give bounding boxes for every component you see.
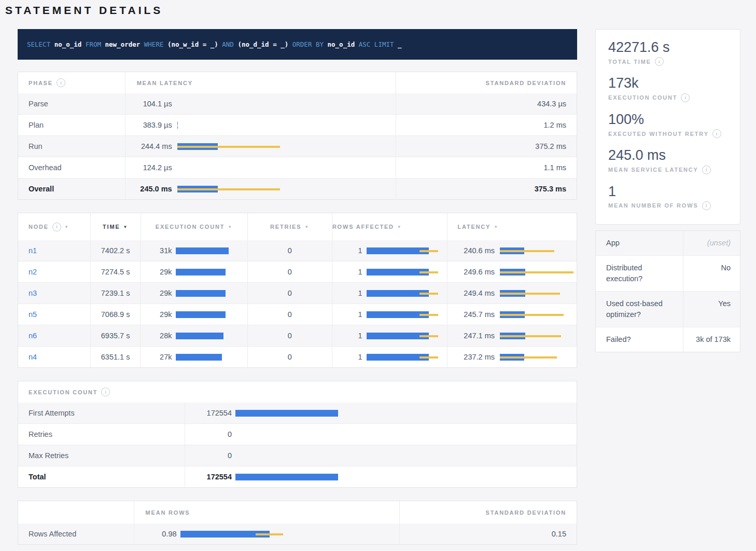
mean-latency-value: 245.0 ms — [137, 185, 172, 193]
stat-item: 1 MEAN NUMBER OF ROWS i — [608, 183, 727, 210]
rows-std-dev-column-header: STANDARD DEVIATION — [399, 501, 577, 524]
stat-label-text: TOTAL TIME — [608, 59, 651, 65]
node-link[interactable]: n6 — [29, 332, 37, 340]
execution-count-value-cell: 0 — [185, 424, 577, 445]
mean-latency-cell: 124.2 µs — [125, 157, 396, 178]
node-row: n4 6351.1 s 27k 0 1 237.2 ms — [18, 346, 577, 367]
info-row-label: Used cost-based optimizer? — [596, 292, 683, 327]
latency-bar-chart — [177, 143, 281, 150]
stat-value: 100% — [608, 111, 727, 128]
stat-item: 42271.6 s TOTAL TIME i — [608, 39, 727, 66]
rows-affected-header-label: ROWS AFFECTED — [332, 224, 394, 230]
time-column-header[interactable]: TIME ▼ — [90, 213, 141, 240]
node-cell: n4 — [18, 347, 90, 367]
rows-affected-header-row: MEAN ROWS STANDARD DEVIATION — [18, 501, 577, 524]
std-dev-value: 375.2 ms — [396, 136, 577, 157]
node-cell: n6 — [18, 325, 90, 346]
execution-count-column-header[interactable]: EXECUTION COUNT ▼ — [141, 213, 248, 240]
execution-count-row: Retries 0 — [18, 423, 577, 445]
execution-count-table-title: EXECUTION COUNT i — [18, 381, 577, 403]
node-row: n2 7274.5 s 29k 0 1 249.6 ms — [18, 261, 577, 282]
node-rows-cell: 1 — [332, 283, 447, 304]
phase-name: Parse — [18, 93, 125, 114]
mean-latency-cell: 383.9 µs — [125, 115, 396, 135]
node-link[interactable]: n1 — [29, 246, 37, 255]
node-rows-cell: 1 — [332, 240, 447, 261]
phase-latency-table: PHASE i MEAN LATENCY STANDARD DEVIATION … — [18, 72, 577, 200]
node-link[interactable]: n2 — [29, 268, 37, 276]
sql-statement-bar: SELECT no_o_id FROM new_order WHERE (no_… — [18, 29, 577, 60]
std-dev-value: 1.1 ms — [396, 157, 577, 178]
rows-affected-bar-chart — [367, 269, 442, 276]
stat-label: MEAN NUMBER OF ROWS i — [608, 201, 727, 210]
execution-count-row-label: First Attempts — [18, 403, 185, 423]
node-column-header[interactable]: NODE i ▼ — [18, 213, 90, 240]
execution-count-row: Max Retries 0 — [18, 445, 577, 466]
mean-latency-cell: 245.0 ms — [125, 178, 396, 199]
info-row: App (unset) — [596, 231, 740, 255]
sql-identifier: no_o_id — [324, 40, 355, 48]
node-link[interactable]: n5 — [29, 310, 37, 319]
info-icon[interactable]: i — [655, 57, 664, 66]
node-link[interactable]: n4 — [29, 353, 37, 361]
phase-column-header: PHASE i — [18, 72, 125, 93]
info-icon[interactable]: i — [681, 93, 690, 102]
latency-bar-chart — [177, 164, 281, 171]
content: SELECT no_o_id FROM new_order WHERE (no_… — [5, 29, 756, 545]
mean-latency-value: 124.2 µs — [137, 163, 172, 172]
node-row: n3 7239.1 s 29k 0 1 249.4 ms — [18, 282, 577, 304]
info-icon[interactable]: i — [712, 129, 721, 138]
node-link[interactable]: n3 — [29, 289, 37, 297]
execution-count-table: EXECUTION COUNT i First Attempts 172554 … — [18, 381, 577, 488]
node-latency-cell: 249.4 ms — [447, 283, 577, 304]
node-retries-value: 0 — [247, 261, 332, 282]
mean-latency-cell: 104.1 µs — [125, 93, 396, 114]
node-row: n1 7402.2 s 31k 0 1 240.6 ms — [18, 240, 577, 261]
node-latency-value: 237.2 ms — [457, 353, 495, 361]
info-icon[interactable]: i — [52, 223, 61, 231]
info-row: Distributed execution? No — [596, 255, 740, 291]
rows-affected-row: Rows Affected 0.98 0.15 — [18, 524, 577, 544]
sort-arrow-icon: ▼ — [228, 225, 233, 229]
sql-keyword: ORDER BY — [288, 40, 324, 48]
node-cell: n3 — [18, 283, 90, 304]
phase-table-body: Parse 104.1 µs 434.3 µs Plan 383.9 µs 1.… — [18, 93, 577, 199]
node-table-body: n1 7402.2 s 31k 0 1 240.6 ms n2 7274.5 s… — [18, 240, 577, 367]
retries-column-header[interactable]: RETRIES ▼ — [247, 213, 332, 240]
main-column: SELECT no_o_id FROM new_order WHERE (no_… — [18, 29, 577, 545]
rows-affected-bar-chart — [367, 333, 442, 339]
info-icon[interactable]: i — [101, 388, 110, 396]
execution-count-row: First Attempts 172554 — [18, 403, 577, 423]
info-icon[interactable]: i — [57, 78, 65, 87]
execution-count-value: 172554 — [185, 409, 232, 417]
node-header-label: NODE — [29, 224, 49, 230]
latency-column-header[interactable]: LATENCY ▼ — [447, 213, 577, 240]
phase-name: Run — [18, 136, 125, 157]
node-rows-cell: 1 — [332, 325, 447, 346]
execution-count-bar-chart — [235, 410, 339, 417]
stat-label: EXECUTED WITHOUT RETRY i — [608, 129, 727, 138]
sql-keyword: ASC — [355, 40, 370, 48]
latency-header-label: LATENCY — [457, 224, 491, 230]
node-time-value: 7274.5 s — [90, 261, 141, 282]
node-exec-value: 31k — [141, 246, 172, 255]
node-retries-value: 0 — [247, 283, 332, 304]
info-icon[interactable]: i — [702, 166, 711, 174]
node-cell: n5 — [18, 304, 90, 325]
latency-bar-chart — [177, 101, 281, 107]
latency-bar-chart — [177, 122, 281, 129]
rows-affected-bar-chart — [367, 311, 442, 318]
info-icon[interactable]: i — [702, 201, 711, 210]
node-statistics-table: NODE i ▼ TIME ▼ EXECUTION COUNT ▼ RETRIE… — [18, 213, 577, 368]
node-row: n6 6935.7 s 28k 0 1 247.1 ms — [18, 325, 577, 346]
node-rows-value: 1 — [332, 353, 362, 361]
sql-keyword: LIMIT — [370, 40, 394, 48]
exec-count-bar-chart — [176, 354, 230, 361]
exec-count-bar-chart — [176, 247, 230, 254]
rows-affected-column-header[interactable]: ROWS AFFECTED ▼ — [332, 213, 447, 240]
execution-count-value: 0 — [185, 451, 232, 460]
latency-bar-chart — [500, 311, 578, 318]
right-column: 42271.6 s TOTAL TIME i 173k EXECUTION CO… — [595, 29, 740, 545]
rows-std-dev-value: 0.15 — [399, 524, 577, 544]
exec-count-bar-chart — [176, 333, 230, 339]
